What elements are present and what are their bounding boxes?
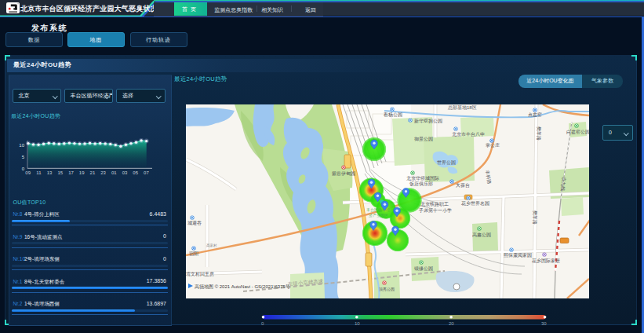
svg-text:子弟第十一小学: 子弟第十一小学 (418, 207, 452, 214)
svg-text:03: 03 (122, 170, 128, 175)
svg-text:21: 21 (90, 170, 96, 175)
svg-text:北京铁路职工: 北京铁路职工 (420, 201, 449, 207)
svg-text:顶秀公园: 顶秀公园 (379, 287, 395, 292)
svg-text:城避吞: 城避吞 (187, 220, 202, 226)
svg-text:15: 15 (57, 170, 63, 175)
svg-text:紫谷伊甸园: 紫谷伊甸园 (331, 170, 355, 177)
svg-text:19: 19 (79, 170, 85, 175)
svg-text:堉文村回王房: 堉文村回王房 (186, 271, 214, 277)
svg-text:花乡世界名园: 花乡世界名园 (461, 201, 489, 207)
svg-text:07: 07 (144, 170, 149, 175)
svg-text:总部基地18区: 总部基地18区 (447, 104, 477, 111)
svg-text:09: 09 (25, 170, 31, 175)
svg-text:宿阳: 宿阳 (189, 251, 198, 257)
svg-text:看杨公园: 看杨公园 (383, 112, 402, 118)
svg-text:济产业园区: 济产业园区 (369, 213, 388, 218)
svg-text:樊羊路: 樊羊路 (532, 210, 537, 225)
svg-text:大葆台: 大葆台 (456, 182, 470, 188)
svg-text:锻缘公园: 锻缘公园 (414, 266, 433, 272)
svg-text:23: 23 (100, 170, 106, 175)
svg-text:熙保康阅家园: 熙保康阅家园 (504, 252, 532, 258)
svg-text:北京华侨城国际: 北京华侨城国际 (406, 175, 439, 181)
svg-text:掌公庄: 掌公庄 (486, 142, 500, 148)
svg-text:点盆窑: 点盆窑 (528, 112, 542, 117)
svg-text:北京市丰台八中: 北京市丰台八中 (452, 131, 485, 137)
svg-text:高德地图 © 2021 AutoNavi - GS(2021: 高德地图 © 2021 AutoNavi - GS(2021)6375号 (195, 284, 290, 290)
svg-text:樊羊路: 樊羊路 (536, 126, 541, 141)
svg-text:05: 05 (133, 170, 138, 175)
svg-text:饭店俱乐部: 饭店俱乐部 (409, 181, 433, 187)
svg-text:10: 10 (19, 143, 24, 148)
svg-text:新华双拥公园: 新华双拥公园 (414, 118, 442, 124)
svg-text:01: 01 (111, 170, 117, 175)
svg-text:花乡国际家居: 花乡国际家居 (532, 258, 560, 264)
svg-text:御景公园: 御景公园 (414, 137, 433, 142)
svg-text:13: 13 (47, 170, 53, 175)
svg-text:高鑫公园: 高鑫公园 (472, 232, 491, 238)
svg-text:世界公园: 世界公园 (437, 160, 456, 166)
svg-text:白盆窑公园: 白盆窑公园 (566, 129, 589, 135)
svg-text:17: 17 (68, 170, 74, 175)
svg-text:11: 11 (36, 170, 42, 175)
svg-text:0: 0 (22, 166, 25, 171)
svg-text:5: 5 (22, 155, 25, 159)
